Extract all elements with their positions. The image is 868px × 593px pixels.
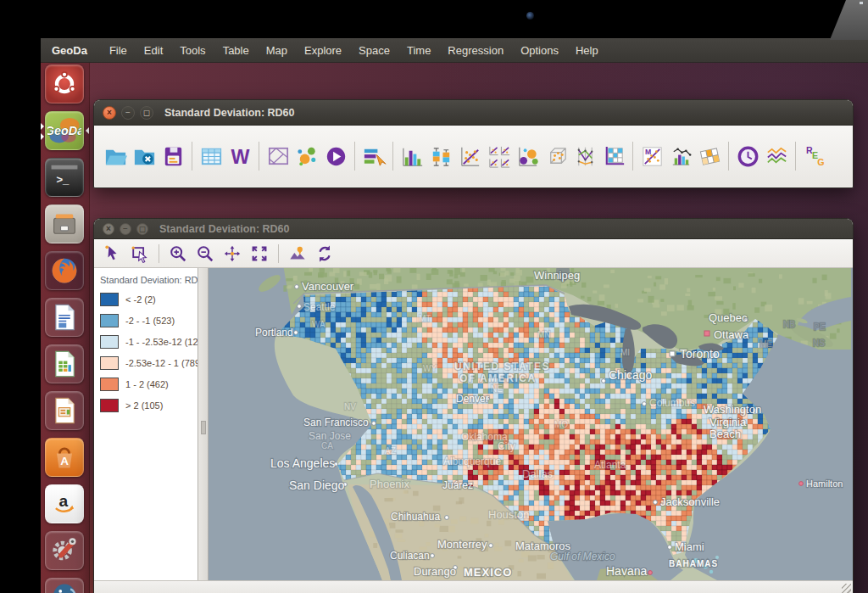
map-label: Dallas — [522, 467, 554, 480]
map-statusbar — [94, 580, 853, 593]
conditional-map-button[interactable] — [695, 139, 724, 173]
averages-chart-button[interactable] — [762, 139, 791, 173]
pan-button[interactable] — [219, 242, 246, 266]
table-button[interactable] — [197, 139, 225, 173]
legend-entry[interactable]: < -2 (2) — [100, 293, 198, 306]
toolbar-separator — [159, 244, 159, 263]
table-icon — [198, 143, 225, 170]
3d-plot-button[interactable] — [542, 139, 570, 173]
menu-item-explore[interactable]: Explore — [296, 44, 350, 57]
legend-swatch — [100, 335, 119, 349]
window-title: Standard Deviation: RD60 — [164, 107, 295, 119]
weights-manager-button[interactable]: W — [225, 139, 254, 173]
conditional-plot-button[interactable] — [599, 139, 628, 173]
select-button[interactable] — [99, 242, 126, 266]
launcher-item-libreoffice-calc[interactable] — [45, 344, 84, 383]
map-window-titlebar[interactable]: × − ◻ Standard Deviation: RD60 — [94, 219, 853, 239]
bar-line-chart-button[interactable] — [666, 139, 695, 173]
file-manager-icon — [49, 209, 80, 239]
basemap-icon — [288, 244, 307, 263]
choropleth-map[interactable]: VancouverWinnipegSeattlePortlandQuebecOt… — [209, 268, 851, 580]
minimize-button[interactable]: − — [120, 223, 131, 235]
menu-item-edit[interactable]: Edit — [136, 44, 171, 57]
menu-item-options[interactable]: Options — [512, 44, 567, 57]
averages-chart-icon — [764, 143, 790, 170]
map-movie-button[interactable] — [321, 139, 350, 173]
parallel-coordinates-button[interactable] — [570, 139, 599, 173]
category-editor-button[interactable] — [359, 139, 388, 173]
launcher-item-geoda[interactable]: GeoDa — [45, 111, 84, 150]
zoom-in-button[interactable] — [164, 242, 192, 266]
bubble-chart-button[interactable] — [513, 139, 542, 173]
menu-item-time[interactable]: Time — [398, 44, 439, 57]
map-button[interactable] — [264, 139, 292, 173]
menu-item-file[interactable]: File — [101, 44, 136, 57]
launcher-item-libreoffice-impress[interactable] — [45, 391, 84, 430]
geoda-map-window: × − ◻ Standard Deviation: RD60 Standard … — [93, 218, 854, 593]
full-extent-button[interactable] — [246, 242, 273, 266]
map-label: BAHAMAS — [669, 559, 718, 568]
menu-item-tools[interactable]: Tools — [171, 44, 214, 57]
regression-button[interactable]: REG — [800, 139, 829, 173]
global-menu-bar: GeoDa FileEditToolsTableMapExploreSpaceT… — [41, 38, 868, 63]
map-canvas[interactable]: VancouverWinnipegSeattlePortlandQuebecOt… — [209, 268, 853, 580]
legend-entry[interactable]: > 2 (105) — [100, 399, 198, 412]
toolbar-window-titlebar[interactable]: × − ◻ Standard Deviation: RD60 — [94, 100, 853, 126]
menu-item-regression[interactable]: Regression — [439, 44, 512, 57]
geoda-icon: GeoDa — [47, 114, 81, 148]
launcher-item-system-settings[interactable] — [45, 531, 84, 570]
map-label: Chicago — [609, 368, 653, 382]
launcher-item-postgresql[interactable] — [45, 578, 84, 593]
minimize-button[interactable]: − — [121, 106, 135, 120]
svg-text:G: G — [817, 157, 824, 167]
menu-item-map[interactable]: Map — [258, 44, 296, 57]
scatter-plot-button[interactable] — [455, 139, 484, 173]
weights-manager-icon: W — [227, 143, 253, 170]
scatter-matrix-button[interactable] — [484, 139, 513, 173]
close-button[interactable]: × — [103, 223, 114, 235]
launcher-item-ubuntu-dash[interactable] — [45, 64, 84, 103]
running-pip — [41, 133, 44, 140]
launcher-item-amazon[interactable]: a — [45, 484, 84, 523]
category-editor-icon — [361, 143, 387, 170]
legend-entry[interactable]: -2.53e-12 - 1 (789) — [100, 356, 198, 370]
maximize-button[interactable]: ◻ — [140, 106, 153, 120]
close-button[interactable]: × — [103, 106, 116, 120]
legend-swatch — [100, 399, 119, 412]
svg-text:A: A — [60, 455, 69, 467]
resize-grip[interactable] — [842, 584, 851, 593]
launcher-item-libreoffice-writer[interactable] — [45, 298, 84, 337]
launcher-item-terminal[interactable]: >_ — [45, 158, 84, 197]
maximize-button[interactable]: ◻ — [136, 223, 148, 235]
open-project-button[interactable] — [101, 139, 130, 173]
launcher-item-software-center[interactable]: A — [45, 438, 84, 477]
box-plot-button[interactable] — [426, 139, 455, 173]
legend-swatch — [100, 314, 119, 327]
menu-item-table[interactable]: Table — [214, 44, 258, 57]
basemap-button[interactable] — [284, 242, 311, 266]
launcher-item-file-manager[interactable] — [45, 204, 84, 243]
cartogram-button[interactable] — [292, 139, 321, 173]
moran-scatterplot-button[interactable]: M — [637, 139, 666, 173]
zoom-out-button[interactable] — [192, 242, 219, 266]
menu-item-help[interactable]: Help — [567, 44, 607, 57]
desktop-wallpaper: GeoDa>_Aa × − ◻ Standard Deviation: RD60… — [41, 63, 868, 593]
select-icon — [103, 244, 122, 263]
legend-splitter[interactable] — [198, 268, 209, 580]
menu-item-space[interactable]: Space — [350, 44, 398, 57]
desktop-screen: GeoDa FileEditToolsTableMapExploreSpaceT… — [41, 38, 868, 593]
time-button[interactable] — [733, 139, 762, 173]
legend-entry[interactable]: -1 - -2.53e-12 (1204) — [100, 335, 198, 349]
close-project-button[interactable] — [130, 139, 159, 173]
scatter-plot-icon — [457, 143, 483, 170]
map-label: Monterrey — [437, 538, 487, 551]
histogram-button[interactable] — [398, 139, 426, 173]
map-label: San Francisco — [303, 417, 369, 428]
save-button[interactable] — [159, 139, 187, 173]
legend-entry[interactable]: -2 - -1 (523) — [100, 314, 198, 327]
select-rect-button[interactable] — [126, 242, 153, 266]
refresh-button[interactable] — [311, 242, 338, 266]
legend-entry[interactable]: 1 - 2 (462) — [100, 378, 198, 391]
photo-bezel-corner — [826, 0, 868, 40]
launcher-item-firefox[interactable] — [45, 251, 84, 290]
